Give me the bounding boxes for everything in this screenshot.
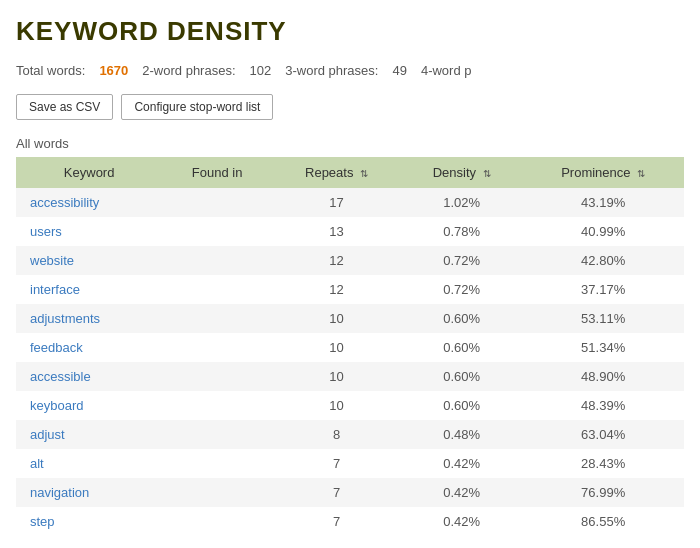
prominence-sort-icon: ⇅ — [637, 168, 645, 179]
keyword-link[interactable]: users — [30, 224, 62, 239]
cell-repeats: 7 — [272, 478, 401, 507]
cell-repeats: 10 — [272, 391, 401, 420]
cell-repeats: 12 — [272, 275, 401, 304]
section-label: All words — [0, 132, 700, 157]
cell-prominence: 48.90% — [522, 362, 684, 391]
cell-repeats: 10 — [272, 362, 401, 391]
cell-prominence: 28.43% — [522, 449, 684, 478]
cell-keyword: navigation — [16, 478, 162, 507]
total-words-label: Total words: — [16, 63, 85, 78]
cell-density: 0.42% — [401, 507, 522, 536]
cell-found-in — [162, 333, 272, 362]
keyword-density-table: Keyword Found in Repeats ⇅ Density ⇅ Pro… — [16, 157, 684, 536]
cell-repeats: 8 — [272, 420, 401, 449]
col-header-density[interactable]: Density ⇅ — [401, 157, 522, 188]
cell-density: 0.60% — [401, 304, 522, 333]
cell-repeats: 12 — [272, 246, 401, 275]
cell-repeats: 7 — [272, 449, 401, 478]
cell-density: 0.60% — [401, 362, 522, 391]
cell-prominence: 37.17% — [522, 275, 684, 304]
table-row: navigation70.42%76.99% — [16, 478, 684, 507]
cell-repeats: 10 — [272, 304, 401, 333]
cell-keyword: keyboard — [16, 391, 162, 420]
cell-density: 0.42% — [401, 449, 522, 478]
table-row: adjust80.48%63.04% — [16, 420, 684, 449]
density-sort-icon: ⇅ — [483, 168, 491, 179]
cell-keyword: alt — [16, 449, 162, 478]
cell-prominence: 86.55% — [522, 507, 684, 536]
keyword-link[interactable]: accessible — [30, 369, 91, 384]
cell-prominence: 42.80% — [522, 246, 684, 275]
cell-density: 0.72% — [401, 246, 522, 275]
cell-density: 0.42% — [401, 478, 522, 507]
phrases-3-value: 49 — [392, 63, 406, 78]
cell-found-in — [162, 478, 272, 507]
table-row: keyboard100.60%48.39% — [16, 391, 684, 420]
configure-stopword-button[interactable]: Configure stop-word list — [121, 94, 273, 120]
table-row: feedback100.60%51.34% — [16, 333, 684, 362]
keyword-link[interactable]: feedback — [30, 340, 83, 355]
keyword-link[interactable]: alt — [30, 456, 44, 471]
table-row: alt70.42%28.43% — [16, 449, 684, 478]
cell-repeats: 17 — [272, 188, 401, 217]
phrases-4-label: 4-word p — [421, 63, 472, 78]
cell-prominence: 40.99% — [522, 217, 684, 246]
keyword-link[interactable]: interface — [30, 282, 80, 297]
cell-keyword: adjustments — [16, 304, 162, 333]
cell-density: 1.02% — [401, 188, 522, 217]
cell-found-in — [162, 391, 272, 420]
keyword-link[interactable]: step — [30, 514, 55, 529]
table-header-row: Keyword Found in Repeats ⇅ Density ⇅ Pro… — [16, 157, 684, 188]
cell-keyword: website — [16, 246, 162, 275]
cell-density: 0.48% — [401, 420, 522, 449]
table-row: accessible100.60%48.90% — [16, 362, 684, 391]
col-header-found-in: Found in — [162, 157, 272, 188]
cell-found-in — [162, 507, 272, 536]
cell-found-in — [162, 217, 272, 246]
cell-found-in — [162, 420, 272, 449]
repeats-sort-icon: ⇅ — [360, 168, 368, 179]
col-header-repeats[interactable]: Repeats ⇅ — [272, 157, 401, 188]
cell-repeats: 13 — [272, 217, 401, 246]
cell-keyword: users — [16, 217, 162, 246]
phrases-3-label: 3-word phrases: — [285, 63, 378, 78]
keyword-link[interactable]: keyboard — [30, 398, 83, 413]
cell-found-in — [162, 449, 272, 478]
phrases-2-label: 2-word phrases: — [142, 63, 235, 78]
page-header: KEYWORD DENSITY Total words: 1670 2-word… — [0, 0, 700, 86]
col-header-keyword: Keyword — [16, 157, 162, 188]
cell-keyword: feedback — [16, 333, 162, 362]
cell-repeats: 10 — [272, 333, 401, 362]
keyword-link[interactable]: website — [30, 253, 74, 268]
cell-density: 0.60% — [401, 333, 522, 362]
toolbar: Save as CSV Configure stop-word list — [0, 86, 700, 132]
cell-density: 0.78% — [401, 217, 522, 246]
table-row: users130.78%40.99% — [16, 217, 684, 246]
cell-found-in — [162, 304, 272, 333]
total-words-value: 1670 — [99, 63, 128, 78]
cell-density: 0.72% — [401, 275, 522, 304]
cell-repeats: 7 — [272, 507, 401, 536]
keyword-link[interactable]: navigation — [30, 485, 89, 500]
page-title: KEYWORD DENSITY — [16, 16, 287, 47]
keyword-link[interactable]: accessibility — [30, 195, 99, 210]
keyword-table-wrap: Keyword Found in Repeats ⇅ Density ⇅ Pro… — [0, 157, 700, 536]
cell-prominence: 63.04% — [522, 420, 684, 449]
keyword-link[interactable]: adjust — [30, 427, 65, 442]
table-row: interface120.72%37.17% — [16, 275, 684, 304]
stats-bar: Total words: 1670 2-word phrases: 102 3-… — [16, 63, 471, 78]
cell-keyword: adjust — [16, 420, 162, 449]
cell-found-in — [162, 362, 272, 391]
keyword-link[interactable]: adjustments — [30, 311, 100, 326]
cell-prominence: 51.34% — [522, 333, 684, 362]
col-header-prominence[interactable]: Prominence ⇅ — [522, 157, 684, 188]
table-row: adjustments100.60%53.11% — [16, 304, 684, 333]
cell-found-in — [162, 188, 272, 217]
cell-keyword: interface — [16, 275, 162, 304]
cell-prominence: 48.39% — [522, 391, 684, 420]
phrases-2-value: 102 — [250, 63, 272, 78]
cell-keyword: accessibility — [16, 188, 162, 217]
table-row: accessibility171.02%43.19% — [16, 188, 684, 217]
save-csv-button[interactable]: Save as CSV — [16, 94, 113, 120]
cell-keyword: accessible — [16, 362, 162, 391]
